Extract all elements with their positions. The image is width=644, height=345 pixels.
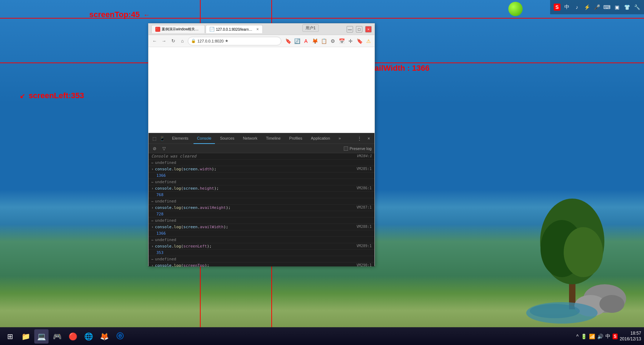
tab2-close-button[interactable]: × (256, 27, 259, 32)
tab2-label: 127.0.0.1:8020/learnni... (216, 28, 254, 31)
console-undefined-3: ← undefined (149, 198, 374, 205)
taskbar-app-edge[interactable]: ⓔ (113, 329, 127, 344)
ime-taskbar-icon[interactable]: 中 (605, 333, 610, 340)
settings-icon[interactable]: ⚙ (329, 37, 337, 45)
preserve-log-label: Preserve log (344, 146, 372, 151)
reload-button[interactable]: ↻ (169, 37, 177, 45)
devtools-panel: ⬚ 📱 Elements Console Sources Network Tim… (149, 133, 374, 266)
acrobat-icon[interactable]: A (302, 37, 310, 45)
minimize-button[interactable]: — (347, 26, 353, 32)
code-text-4: console.log(screen.availWidth); (155, 225, 228, 229)
close-button[interactable]: × (365, 26, 372, 32)
taskbar-app-browser2[interactable]: 🌐 (81, 329, 96, 344)
console-code-3: › console.log(screen.availHeight); VM287… (149, 205, 374, 211)
crosshair-icon[interactable]: ✛ (347, 37, 354, 45)
bookmark2-icon[interactable]: 🔖 (356, 37, 363, 45)
start-button[interactable]: ⊞ (3, 329, 17, 344)
clear-console-icon[interactable]: ⊘ (151, 145, 158, 152)
expand-arrow-3: › (151, 206, 154, 210)
ext-icon-2[interactable]: 📋 (320, 37, 328, 45)
tab2-icon: 📄 (210, 27, 215, 32)
undefined-text-2: undefined (155, 180, 176, 184)
tab-profiles[interactable]: Profiles (286, 133, 306, 144)
taskbar-app-terminal[interactable]: 💻 (34, 329, 49, 344)
arrow-4: ← (151, 219, 154, 222)
wrench-icon: 🔧 (633, 4, 640, 11)
tab-timeline[interactable]: Timeline (262, 133, 284, 144)
volume-icon: 🔊 (597, 334, 603, 339)
browser-content-area (149, 47, 374, 133)
console-value-353: 353 (149, 250, 374, 256)
taskbar-apps: 📁 💻 🎮 🔴 🌐 🦊 ⓔ (19, 329, 127, 344)
undefined-text-1: undefined (155, 160, 176, 165)
ime-icon: 中 (563, 4, 570, 11)
value-1366a: 1366 (156, 173, 166, 178)
address-input[interactable]: 🔒 127.0.0.1:8020 ★ (188, 37, 281, 45)
taskbar-right: ^ 🔋 📶 🔊 中 S 18:57 2016/12/13 (576, 331, 641, 342)
refresh-icon[interactable]: 🔄 (293, 37, 301, 45)
browser-tab-2[interactable]: 📄 127.0.0.1:8020/learnni... × (206, 25, 263, 33)
console-code-5: › console.log(screenLeft); VM289:1 (149, 243, 374, 250)
tree-decoration (526, 177, 626, 327)
power-icon: ⚡ (583, 4, 590, 11)
sogou-taskbar-icon[interactable]: S (613, 334, 618, 339)
arrow-2: ← (151, 180, 154, 184)
calendar-icon[interactable]: 📅 (338, 37, 346, 45)
alert-icon[interactable]: ⚠ (364, 37, 372, 45)
address-text: 127.0.0.1:8020 (197, 39, 223, 43)
value-728: 728 (156, 212, 163, 216)
clock-time: 18:57 (620, 331, 641, 336)
tab-network[interactable]: Network (240, 133, 261, 144)
ext-icon-1[interactable]: 🦊 (311, 37, 319, 45)
taskbar-app-game[interactable]: 🎮 (50, 329, 64, 344)
expand-arrow-6: › (151, 264, 154, 267)
taskbar-app-firefox[interactable]: 🦊 (97, 329, 111, 344)
preserve-log-checkbox[interactable] (344, 146, 348, 151)
undefined-text-4: undefined (155, 218, 176, 223)
browser-tab-1[interactable]: 🔴 案例演示window相关关系 × (151, 25, 205, 33)
linenum-vm285: VM285:1 (357, 167, 372, 171)
linenum-vm287: VM287:1 (357, 205, 372, 209)
browser-window[interactable]: 🔴 案例演示window相关关系 × 📄 127.0.0.1:8020/lear… (148, 23, 375, 266)
devtools-close-icon[interactable]: × (365, 135, 372, 142)
devtools-mobile-icon[interactable]: 📱 (159, 135, 166, 142)
notification-icon[interactable]: ^ (576, 334, 579, 339)
maximize-button[interactable]: □ (356, 26, 362, 32)
taskbar-app-files[interactable]: 📁 (19, 329, 33, 344)
home-button[interactable]: ⌂ (178, 37, 186, 45)
code-text-6: console.log(screenTop); (155, 263, 209, 267)
forward-button[interactable]: → (160, 37, 168, 45)
devtools-menu-icon[interactable]: ⋮ (356, 135, 363, 142)
arrow-5: ← (151, 238, 154, 242)
code-text-5: console.log(screenLeft); (155, 244, 212, 249)
tab-sources[interactable]: Sources (216, 133, 238, 144)
code-text-1: console.log(screen.width); (155, 167, 216, 171)
taskbar-clock: 18:57 2016/12/13 (620, 331, 641, 342)
sogou-icon: S (554, 4, 560, 11)
tab-console[interactable]: Console (193, 133, 215, 144)
toolbar-icons: 🔖 🔄 A 🦊 📋 ⚙ 📅 ✛ 🔖 ⚠ (284, 37, 372, 45)
console-value-1366a: 1366 (149, 172, 374, 179)
battery-icon: 🔋 (581, 334, 587, 339)
devtools-inspect-icon[interactable]: ⬚ (151, 135, 158, 142)
cleared-text: Console was cleared (151, 154, 196, 159)
linenum-vm288: VM288:1 (357, 225, 372, 229)
tab-application[interactable]: Application (307, 133, 334, 144)
back-button[interactable]: ← (151, 37, 159, 45)
desktop: S 中 ♪ ⚡ 🎤 ⌨ ▣ 👕 🔧 screenTop:45 ← ↙ scree… (0, 0, 644, 345)
undefined-text-6: undefined (155, 257, 176, 261)
tab-more[interactable]: » (335, 133, 344, 144)
browser-addressbar: ← → ↻ ⌂ 🔒 127.0.0.1:8020 ★ 🔖 🔄 A 🦊 📋 ⚙ 📅… (149, 35, 374, 47)
linenum-vm286: VM286:1 (357, 186, 372, 190)
window-controls: — □ × (347, 26, 372, 32)
mic-icon: 🎤 (593, 4, 600, 11)
console-undefined-5: ← undefined (149, 237, 374, 243)
bookmark-icon[interactable]: 🔖 (284, 37, 292, 45)
filter-icon[interactable]: ▽ (161, 145, 167, 152)
tab-elements[interactable]: Elements (168, 133, 192, 144)
expand-arrow-4: › (151, 225, 154, 229)
expand-arrow-2: › (151, 186, 154, 190)
music-icon: ♪ (573, 4, 580, 11)
taskbar-app-chrome[interactable]: 🔴 (66, 329, 80, 344)
tab1-icon: 🔴 (155, 27, 160, 32)
